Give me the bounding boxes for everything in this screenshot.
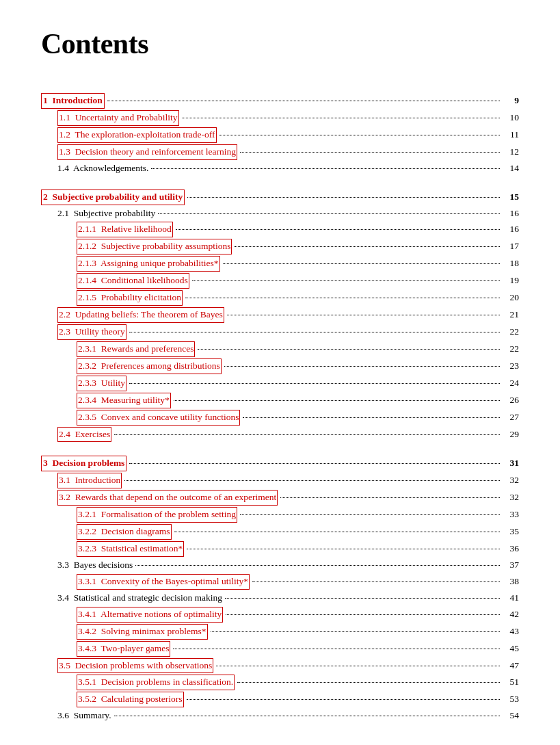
section-link[interactable]: 2.4 Exercises bbox=[57, 427, 111, 443]
toc-line: 3.2.3 Statistical estimation*36 bbox=[41, 541, 519, 557]
toc-entry-label[interactable]: 2.1.2 Subjective probability assumptions bbox=[41, 239, 232, 254]
toc-entry-label[interactable]: 2.3.5 Convex and concave utility functio… bbox=[41, 410, 240, 426]
toc-line: 2.1 Subjective probability16 bbox=[41, 207, 519, 221]
toc-entry-label[interactable]: 2.1.4 Conditional likelihoods bbox=[41, 273, 189, 289]
section-link[interactable]: 3.5.2 Calculating posteriors bbox=[77, 692, 184, 707]
section-link[interactable]: 2.1.2 Subjective probability assumptions bbox=[77, 239, 232, 254]
toc-entry-label[interactable]: 3.5.1 Decision problems in classificatio… bbox=[41, 675, 235, 690]
toc-dots bbox=[129, 383, 500, 384]
toc-entry-label[interactable]: 3.2.3 Statistical estimation* bbox=[41, 541, 184, 557]
section-link[interactable]: 3.5.1 Decision problems in classificatio… bbox=[77, 675, 235, 690]
toc-line: 2.2 Updating beliefs: The theorem of Bay… bbox=[41, 307, 519, 323]
toc-page-number: 54 bbox=[503, 709, 519, 723]
toc-entry-label[interactable]: 2.1.3 Assigning unique probabilities* bbox=[41, 256, 220, 272]
toc-entry-label[interactable]: 2.1.5 Probability elicitation bbox=[41, 290, 183, 306]
toc-line: 3.3 Bayes decisions37 bbox=[41, 558, 519, 573]
toc-dots bbox=[182, 118, 500, 118]
section-link[interactable]: 2.1.3 Assigning unique probabilities* bbox=[77, 256, 220, 272]
toc-page-number: 42 bbox=[503, 607, 519, 622]
toc-entry-label[interactable]: 2.3.1 Rewards and preferences bbox=[41, 341, 195, 357]
toc-entry-label[interactable]: 1.3 Decision theory and reinforcement le… bbox=[41, 144, 237, 160]
toc-dots bbox=[235, 246, 500, 247]
section-link[interactable]: 3.4.1 Alternative notions of optimality bbox=[77, 607, 223, 623]
toc-line: 2.1.5 Probability elicitation20 bbox=[41, 290, 519, 306]
toc-entry-label[interactable]: 3.4.1 Alternative notions of optimality bbox=[41, 607, 223, 623]
toc-entry-label[interactable]: 3.5.2 Calculating posteriors bbox=[41, 692, 184, 707]
toc-dots bbox=[158, 213, 500, 214]
section-link[interactable]: 2.3.5 Convex and concave utility functio… bbox=[77, 410, 240, 426]
section-link[interactable]: 2.1.4 Conditional likelihoods bbox=[77, 273, 189, 289]
section-link[interactable]: 2.3 Utility theory bbox=[57, 324, 126, 340]
toc-page-number: 18 bbox=[503, 257, 519, 271]
toc-page-number: 36 bbox=[503, 542, 519, 556]
section-link[interactable]: 1.1 Uncertainty and Probability bbox=[57, 110, 179, 126]
toc-dots bbox=[226, 614, 500, 615]
section-link[interactable]: 3.4.3 Two-player games bbox=[77, 641, 170, 657]
toc-dots bbox=[174, 532, 500, 532]
toc-entry-label[interactable]: 1.2 The exploration-exploitation trade-o… bbox=[41, 127, 217, 143]
toc-entry-label[interactable]: 1 Introduction bbox=[41, 93, 105, 109]
toc-dots bbox=[243, 417, 500, 418]
toc-entry-label[interactable]: 3.1 Introduction bbox=[41, 473, 122, 488]
toc-page-number: 31 bbox=[503, 456, 519, 471]
toc-dots bbox=[252, 581, 500, 582]
toc-dots bbox=[225, 598, 500, 599]
toc-line: 3.4.1 Alternative notions of optimality4… bbox=[41, 607, 519, 623]
toc-dots bbox=[151, 168, 500, 169]
section-link[interactable]: 3.5 Decision problems with observations bbox=[57, 658, 213, 674]
section-link[interactable]: 1.3 Decision theory and reinforcement le… bbox=[57, 144, 237, 160]
toc-entry-label[interactable]: 2 Subjective probability and utility bbox=[41, 189, 185, 205]
toc-entry-label[interactable]: 3.4.3 Two-player games bbox=[41, 641, 170, 657]
section-link[interactable]: 3.1 Introduction bbox=[57, 473, 122, 488]
section-link[interactable]: 2.2 Updating beliefs: The theorem of Bay… bbox=[57, 307, 224, 323]
toc-entry-label: 3.6 Summary. bbox=[41, 709, 111, 723]
toc-page-number: 24 bbox=[503, 376, 519, 391]
section-link[interactable]: 2.1.1 Relative likelihood bbox=[77, 222, 173, 237]
toc-line: 3.4.2 Solving minimax problems*43 bbox=[41, 624, 519, 640]
toc-page-number: 29 bbox=[503, 428, 519, 442]
toc-entry-label[interactable]: 3.5 Decision problems with observations bbox=[41, 658, 213, 674]
toc-page-number: 47 bbox=[503, 659, 519, 673]
section-link[interactable]: 2.3.4 Measuring utility* bbox=[77, 393, 171, 408]
toc-entry-label: 1.4 Acknowledgements. bbox=[41, 161, 148, 176]
chapter-link[interactable]: 1 Introduction bbox=[41, 93, 105, 109]
toc-entry-label[interactable]: 2.3 Utility theory bbox=[41, 324, 126, 340]
toc-line: 3.5 Decision problems with observations4… bbox=[41, 658, 519, 674]
section-link[interactable]: 2.3.1 Rewards and preferences bbox=[77, 341, 195, 357]
section-link[interactable]: 2.1.5 Probability elicitation bbox=[77, 290, 183, 306]
toc-entry-label[interactable]: 2.3.4 Measuring utility* bbox=[41, 393, 171, 408]
section-link[interactable]: 3.2.3 Statistical estimation* bbox=[77, 541, 184, 557]
toc-entry-label[interactable]: 2.3.3 Utility bbox=[41, 376, 126, 391]
section-link[interactable]: 3.2 Rewards that depend on the outcome o… bbox=[57, 490, 278, 506]
toc-entry-label[interactable]: 2.4 Exercises bbox=[41, 427, 111, 443]
section-link[interactable]: 2.3.3 Utility bbox=[77, 376, 126, 391]
toc-page-number: 51 bbox=[503, 675, 519, 690]
toc-entry-label[interactable]: 2.1.1 Relative likelihood bbox=[41, 222, 173, 237]
toc-entry-label[interactable]: 3.2 Rewards that depend on the outcome o… bbox=[41, 490, 278, 506]
toc-entry-label[interactable]: 3 Decision problems bbox=[41, 456, 126, 471]
section-link[interactable]: 3.3.1 Convexity of the Bayes-optimal uti… bbox=[77, 574, 250, 590]
section-link[interactable]: 3.4.2 Solving minimax problems* bbox=[77, 624, 208, 640]
toc-page-number: 27 bbox=[503, 410, 519, 425]
toc-line: 3.3.1 Convexity of the Bayes-optimal uti… bbox=[41, 574, 519, 590]
toc-dots bbox=[124, 480, 500, 481]
toc-entry-label: 3.4 Statistical and strategic decision m… bbox=[41, 591, 222, 605]
toc-entry-label[interactable]: 1.1 Uncertainty and Probability bbox=[41, 110, 179, 126]
toc-dots bbox=[216, 666, 500, 666]
section-link[interactable]: 1.2 The exploration-exploitation trade-o… bbox=[57, 127, 217, 143]
toc-entry-label[interactable]: 3.2.1 Formalisation of the problem setti… bbox=[41, 507, 237, 523]
toc-page-number: 23 bbox=[503, 359, 519, 374]
toc-entry-label[interactable]: 2.3.2 Preferences among distributions bbox=[41, 358, 222, 374]
toc-entry-label[interactable]: 3.4.2 Solving minimax problems* bbox=[41, 624, 208, 640]
toc-page-number: 20 bbox=[503, 291, 519, 305]
chapter-link[interactable]: 2 Subjective probability and utility bbox=[41, 189, 185, 205]
toc-entry-label[interactable]: 2.2 Updating beliefs: The theorem of Bay… bbox=[41, 307, 224, 323]
toc-entry-label[interactable]: 3.3.1 Convexity of the Bayes-optimal uti… bbox=[41, 574, 250, 590]
section-link[interactable]: 3.2.1 Formalisation of the problem setti… bbox=[77, 507, 237, 523]
section-link[interactable]: 2.3.2 Preferences among distributions bbox=[77, 358, 222, 374]
chapter-link[interactable]: 3 Decision problems bbox=[41, 456, 126, 471]
toc-entry-label[interactable]: 3.2.2 Decision diagrams bbox=[41, 524, 172, 540]
toc-dots bbox=[192, 280, 500, 281]
section-link[interactable]: 3.2.2 Decision diagrams bbox=[77, 524, 172, 540]
toc-entry-label: 2.1 Subjective probability bbox=[41, 207, 155, 221]
